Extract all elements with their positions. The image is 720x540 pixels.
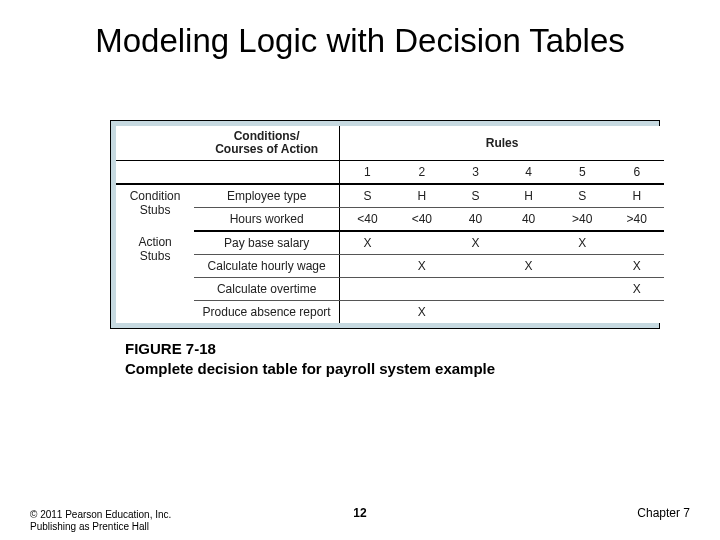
cell bbox=[555, 301, 609, 324]
rule-numbers-row: 1 2 3 4 5 6 bbox=[116, 161, 664, 185]
rule-num: 6 bbox=[609, 161, 664, 185]
figure-caption-text: Complete decision table for payroll syst… bbox=[125, 360, 495, 377]
rule-num: 1 bbox=[340, 161, 395, 185]
copyright-text: © 2011 Pearson Education, Inc. Publishin… bbox=[30, 509, 190, 532]
rule-num: 3 bbox=[449, 161, 502, 185]
cell: X bbox=[609, 255, 664, 278]
table-header-row: Conditions/ Courses of Action Rules bbox=[116, 126, 664, 161]
row-label: Produce absence report bbox=[194, 301, 340, 324]
cell bbox=[340, 278, 395, 301]
table-row: Action Stubs Pay base salary X X X bbox=[116, 231, 664, 255]
cell: <40 bbox=[340, 208, 395, 232]
cell bbox=[449, 278, 502, 301]
page-number: 12 bbox=[353, 506, 366, 520]
table-row: Hours worked <40 <40 40 40 >40 >40 bbox=[116, 208, 664, 232]
slide: Modeling Logic with Decision Tables Cond… bbox=[0, 0, 720, 540]
cell bbox=[609, 301, 664, 324]
cell: X bbox=[609, 278, 664, 301]
cell: S bbox=[449, 184, 502, 208]
cell: 40 bbox=[449, 208, 502, 232]
cell: H bbox=[609, 184, 664, 208]
table-row: Condition Stubs Employee type S H S H S … bbox=[116, 184, 664, 208]
cell bbox=[502, 278, 555, 301]
cell: <40 bbox=[395, 208, 449, 232]
cell bbox=[449, 301, 502, 324]
decision-table: Conditions/ Courses of Action Rules 1 2 … bbox=[116, 126, 664, 323]
cell bbox=[502, 231, 555, 255]
cell: S bbox=[555, 184, 609, 208]
cell bbox=[395, 278, 449, 301]
cell: H bbox=[502, 184, 555, 208]
cell: X bbox=[395, 255, 449, 278]
table-row: Calculate overtime X bbox=[116, 278, 664, 301]
conditions-label-2: Courses of Action bbox=[215, 142, 318, 156]
cell bbox=[395, 231, 449, 255]
rule-blank-stub bbox=[116, 161, 194, 185]
rule-blank-label bbox=[194, 161, 340, 185]
cell bbox=[555, 278, 609, 301]
row-label: Employee type bbox=[194, 184, 340, 208]
cell bbox=[449, 255, 502, 278]
rule-num: 5 bbox=[555, 161, 609, 185]
figure-caption: FIGURE 7-18 Complete decision table for … bbox=[125, 339, 720, 378]
table-row: Produce absence report X bbox=[116, 301, 664, 324]
cell: X bbox=[502, 255, 555, 278]
cell: >40 bbox=[609, 208, 664, 232]
cell bbox=[609, 231, 664, 255]
condition-stubs-label: Condition Stubs bbox=[116, 184, 194, 231]
cell: 40 bbox=[502, 208, 555, 232]
cell bbox=[340, 301, 395, 324]
cell: >40 bbox=[555, 208, 609, 232]
conditions-header: Conditions/ Courses of Action bbox=[194, 126, 340, 161]
cell bbox=[340, 255, 395, 278]
row-label: Calculate hourly wage bbox=[194, 255, 340, 278]
cell: X bbox=[449, 231, 502, 255]
header-blank bbox=[116, 126, 194, 161]
cell: X bbox=[555, 231, 609, 255]
cell bbox=[502, 301, 555, 324]
cell: X bbox=[395, 301, 449, 324]
cell: S bbox=[340, 184, 395, 208]
rules-header: Rules bbox=[340, 126, 664, 161]
rule-num: 2 bbox=[395, 161, 449, 185]
row-label: Hours worked bbox=[194, 208, 340, 232]
cell: H bbox=[395, 184, 449, 208]
cell bbox=[555, 255, 609, 278]
row-label: Calculate overtime bbox=[194, 278, 340, 301]
slide-title: Modeling Logic with Decision Tables bbox=[0, 0, 720, 60]
table-row: Calculate hourly wage X X X bbox=[116, 255, 664, 278]
rule-num: 4 bbox=[502, 161, 555, 185]
figure-number: FIGURE 7-18 bbox=[125, 340, 216, 357]
conditions-label-1: Conditions/ bbox=[234, 129, 300, 143]
row-label: Pay base salary bbox=[194, 231, 340, 255]
chapter-label: Chapter 7 bbox=[637, 506, 690, 520]
action-stubs-label: Action Stubs bbox=[116, 231, 194, 323]
decision-table-figure: Conditions/ Courses of Action Rules 1 2 … bbox=[110, 120, 660, 329]
cell: X bbox=[340, 231, 395, 255]
